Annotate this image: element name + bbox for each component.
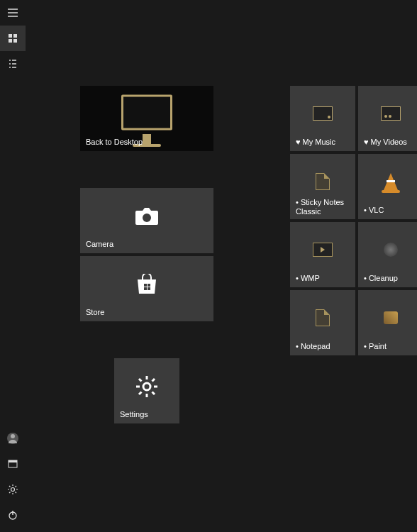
tile-back-to-desktop[interactable]: Back to Desktop — [79, 85, 214, 152]
svg-rect-11 — [144, 284, 147, 287]
sidebar-bottom-group — [0, 426, 26, 532]
paint-icon — [384, 311, 398, 324]
file-explorer-icon — [7, 458, 18, 470]
tile-notepad[interactable]: • Notepad — [289, 289, 356, 356]
music-folder-icon — [313, 106, 333, 121]
store-icon — [135, 274, 159, 295]
settings-icon — [7, 484, 18, 495]
file-explorer-button[interactable] — [0, 451, 26, 477]
monitor-icon — [121, 95, 172, 131]
svg-rect-14 — [148, 287, 150, 290]
tile-label: • VLC — [364, 206, 384, 215]
svg-rect-1 — [13, 34, 17, 38]
tile-sticky-notes[interactable]: • Sticky Notes Classic — [289, 153, 356, 220]
all-apps-button[interactable] — [0, 51, 26, 77]
tile-my-videos[interactable]: ♥ My Videos — [357, 85, 417, 152]
video-folder-icon — [381, 106, 401, 121]
notepad-icon — [316, 309, 330, 326]
svg-rect-12 — [148, 284, 150, 287]
tile-store[interactable]: Store — [79, 255, 214, 322]
pinned-tiles-button[interactable] — [0, 26, 26, 51]
svg-rect-6 — [9, 460, 17, 462]
sidebar-top-group — [0, 0, 26, 77]
tile-label: • Notepad — [296, 342, 330, 351]
tile-label: • Paint — [364, 342, 387, 351]
tile-cleanup[interactable]: • Cleanup — [357, 221, 417, 288]
wmp-icon — [313, 243, 333, 257]
cleanup-icon — [384, 243, 398, 257]
start-sidebar — [0, 0, 26, 532]
hamburger-icon — [7, 7, 18, 18]
tile-camera[interactable]: Camera — [79, 187, 214, 254]
tile-vlc[interactable]: • VLC — [357, 153, 417, 220]
svg-point-7 — [11, 488, 15, 492]
tile-label: Camera — [86, 240, 113, 249]
tile-wmp[interactable]: • WMP — [289, 221, 356, 288]
start-tiles-area: Back to Desktop Camera Store Settings ♥ … — [26, 0, 417, 532]
power-icon — [7, 509, 18, 521]
all-apps-icon — [7, 58, 18, 70]
pinned-tiles-icon — [7, 33, 18, 44]
tile-label: Settings — [120, 410, 148, 419]
tile-label: • Cleanup — [364, 274, 398, 283]
tile-label: • WMP — [296, 274, 320, 283]
tile-label: • Sticky Notes Classic — [296, 198, 355, 216]
tile-label: Store — [86, 308, 104, 317]
hamburger-button[interactable] — [0, 0, 26, 26]
svg-rect-13 — [144, 287, 147, 290]
tile-label: ♥ My Music — [296, 138, 335, 147]
tile-label: Back to Desktop — [86, 138, 143, 147]
settings-button[interactable] — [0, 477, 26, 502]
svg-rect-3 — [13, 39, 17, 43]
user-button[interactable] — [0, 426, 26, 451]
svg-point-15 — [143, 383, 150, 390]
svg-rect-0 — [9, 34, 12, 38]
tile-settings[interactable]: Settings — [113, 358, 180, 424]
tile-label: ♥ My Videos — [364, 138, 407, 147]
tile-paint[interactable]: • Paint — [357, 289, 417, 356]
power-button[interactable] — [0, 502, 26, 528]
svg-point-10 — [143, 214, 151, 222]
sticky-notes-icon — [316, 173, 330, 190]
svg-point-4 — [11, 434, 15, 438]
gear-icon — [135, 375, 159, 399]
camera-icon — [134, 206, 160, 226]
user-icon — [7, 433, 18, 444]
svg-rect-2 — [9, 39, 12, 43]
tile-my-music[interactable]: ♥ My Music — [289, 85, 356, 152]
